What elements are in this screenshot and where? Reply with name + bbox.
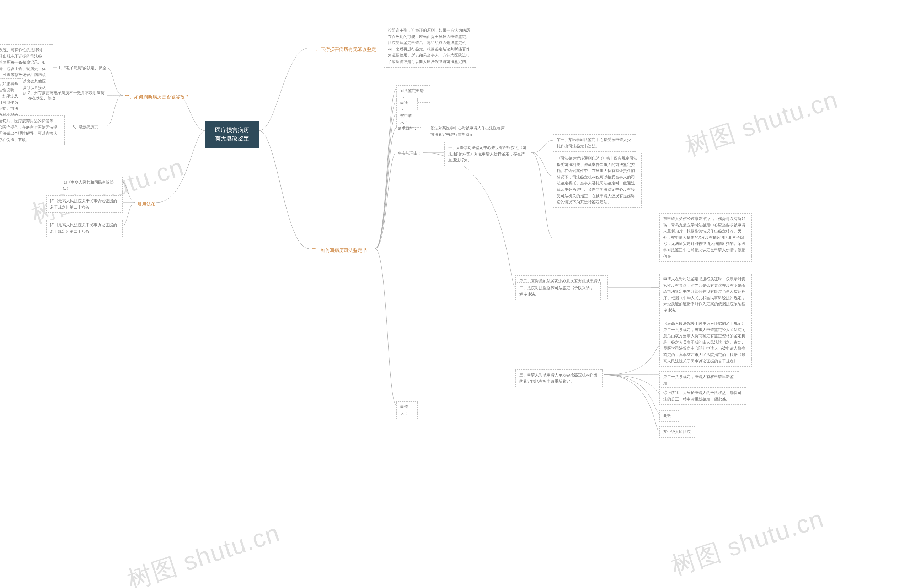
b2-item-2: 2、封存病历与电子病历不一致并不表明病历存在伪造、篡改: [27, 89, 108, 102]
root-node: 医疗损害病历有无篡改鉴定: [206, 121, 259, 148]
law-2: [2]《最高人民法院关于民事诉讼证据的若干规定》第二十六条: [46, 195, 123, 213]
branch-1: 一、医疗损害病历有无篡改鉴定: [309, 45, 378, 54]
b3-s4-box: 依法对某医学中心对被申请人作出法医临床司法鉴定书进行重新鉴定: [427, 123, 510, 140]
branch-law: 引用法条: [135, 200, 158, 209]
b3-s6: 申请人：: [396, 401, 418, 419]
b2-item-3: 3、增删病历页: [71, 124, 107, 130]
reason1-c1: 被申请人受伤经过康复治疗后，伤势可以有所好转，青岛九鼎医学司法鉴定中心应当要求被…: [659, 213, 752, 262]
branch-3: 三、如何写病历司法鉴定书: [309, 246, 369, 255]
b1-detail-box: 按照谁主张，谁举证的原则，如果一方认为病历存在改动的可能，应当由提出异议方申请鉴…: [384, 25, 476, 68]
reason3-d: 此致: [659, 410, 679, 422]
b2-box-3: 包括病检切片、医疗废弃用品的保管等，如不符合医疗规范，在庭审时医院无法提供，且无…: [0, 115, 65, 145]
b3-s4: 请求目的：: [396, 125, 419, 132]
reason2-title: 二、法院对法医临床司法鉴定书予以采纳，程序违法。: [515, 283, 601, 300]
reason1-title: 一、某医学司法鉴定中心并没有严格按照《司法通则(试行)》对被申请人进行鉴定，存在…: [444, 142, 531, 166]
reason1-b: 《司法鉴定程序通则(试行)》第十四条规定司法接受司法机关、仲裁案件当事人的司法鉴…: [553, 153, 641, 208]
branch-2: 二、如何判断病历是否被篡改？: [123, 92, 192, 102]
reason2-a: 申请人在对司法鉴定书进行质证时，仅表示对真实性没有异议，对内容是否有异议并没有明…: [659, 273, 752, 316]
reason3-b: 第二十八条规定，申请人有权申请重新鉴定: [659, 371, 739, 389]
reason3-title: 三、申请人对被申请人单方委托鉴定机构作出的鉴定结论有权申请重新鉴定。: [515, 370, 602, 387]
b2-item-1: 1、"电子病历"的认定、保全: [57, 65, 108, 71]
mindmap-container: 医疗损害病历有无篡改鉴定 一、医疗损害病历有无篡改鉴定 按照谁主张，谁举证的原则…: [0, 0, 910, 588]
reason3-a: 《最高人民法院关于民事诉讼证据的若干规定》第二十六条规定，当事人申请鉴定经人民法…: [659, 318, 752, 367]
b3-s5: 事实与理由：: [396, 150, 423, 157]
law-3: [3]《最高人民法院关于民事诉讼证据的若干规定》第二十八条: [46, 220, 123, 237]
connector-lines: [0, 0, 910, 588]
reason1-a: 第一、某医学司法鉴定中心接受被申请人委托作出司法鉴定书违法。: [553, 134, 636, 152]
law-1: [1]《中华人民共和国民事诉讼法》: [59, 177, 123, 194]
reason3-c: 综上所述，为维护申请人的合法权益，确保司法的公正，特申请重新鉴定，望批准。: [659, 387, 746, 405]
reason3-e: 某中级人民法院: [659, 426, 695, 438]
